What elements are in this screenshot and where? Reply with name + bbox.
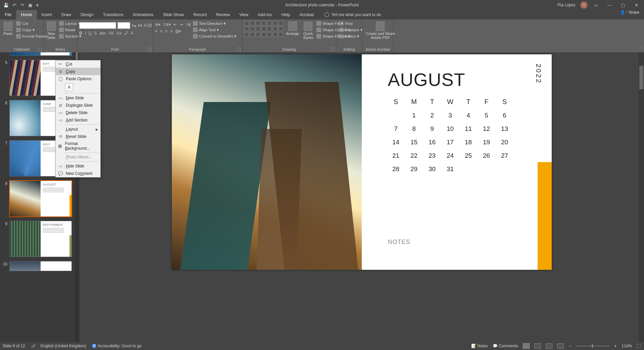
slideshow-view-button[interactable] — [557, 343, 564, 349]
slide-thumb-4-partial[interactable] — [3, 52, 73, 56]
language-indicator[interactable]: English (United Kingdom) — [41, 344, 86, 348]
tab-transitions[interactable]: Transitions — [98, 10, 128, 19]
user-avatar[interactable] — [580, 1, 588, 9]
align-center-button[interactable]: ≡ — [160, 29, 162, 34]
create-pdf-button[interactable]: Create and Share Adobe PDF — [364, 21, 396, 40]
decrease-font-icon[interactable]: A▾ — [138, 23, 142, 28]
maximize-icon[interactable]: ▢ — [618, 1, 628, 9]
paste-button[interactable]: Paste — [2, 21, 14, 36]
tell-me-search[interactable]: Tell me what you want to do — [325, 10, 381, 19]
change-case-button[interactable]: Aa — [116, 31, 121, 36]
slide-sorter-view-button[interactable] — [534, 343, 541, 349]
tab-home[interactable]: Home — [16, 10, 37, 19]
arrange-button[interactable]: Arrange — [285, 21, 300, 36]
font-dialog-launcher-icon[interactable] — [148, 48, 151, 51]
close-icon[interactable]: ✕ — [631, 1, 641, 9]
zoom-in-button[interactable]: + — [614, 343, 617, 349]
tab-acrobat[interactable]: Acrobat — [295, 10, 318, 19]
char-spacing-button[interactable]: AV — [109, 31, 114, 36]
slide-thumb-8[interactable]: 8 AUGUST — [3, 181, 73, 217]
accessibility-indicator[interactable]: ♿ Accessibility: Good to go — [92, 344, 142, 348]
slide-thumb-10-partial[interactable]: 10 — [3, 261, 73, 271]
numbering-button[interactable]: 1≣▾ — [163, 22, 171, 27]
align-text-button[interactable]: Align Text ▾ — [192, 27, 237, 33]
underline-button[interactable]: U — [89, 31, 92, 36]
italic-button[interactable]: I — [85, 31, 86, 36]
clipboard-dialog-launcher-icon[interactable] — [39, 48, 42, 51]
ctx-format-background[interactable]: ▦Format Background... — [56, 140, 100, 152]
align-right-button[interactable]: ≡ — [165, 29, 167, 34]
redo-icon[interactable]: ↷ — [20, 3, 24, 8]
ctx-reset-slide[interactable]: ⟲Reset Slide — [56, 133, 100, 140]
save-icon[interactable]: 💾 — [3, 3, 9, 8]
justify-button[interactable]: ≡ — [170, 29, 172, 34]
slide-thumb-9[interactable]: 9 SEPTEMBER — [3, 221, 73, 257]
fit-to-window-button[interactable]: ⛶ — [637, 344, 641, 348]
shapes-gallery[interactable] — [244, 21, 283, 37]
ctx-copy[interactable]: ⧉Copy — [56, 68, 100, 75]
tab-slideshow[interactable]: Slide Show — [158, 10, 189, 19]
tab-view[interactable]: View — [235, 10, 253, 19]
tab-addins[interactable]: Add-ins — [253, 10, 277, 19]
zoom-out-button[interactable]: − — [568, 343, 571, 349]
ctx-cut[interactable]: ✂Cut — [56, 60, 100, 68]
smartart-button[interactable]: Convert to SmartArt ▾ — [192, 34, 237, 39]
shadow-button[interactable]: S — [94, 31, 97, 36]
increase-indent-button[interactable]: ⇥ — [180, 22, 183, 27]
ctx-layout[interactable]: Layout▶ — [56, 126, 100, 133]
copy-button[interactable]: Copy ▾ — [15, 27, 48, 33]
bullets-button[interactable]: ≣▾ — [155, 22, 160, 27]
ctx-new-slide[interactable]: ▭New Slide — [56, 94, 100, 102]
share-button[interactable]: 👤⁺ Share — [620, 10, 639, 15]
font-color-button[interactable]: A — [131, 31, 134, 36]
tab-record[interactable]: Record — [189, 10, 211, 19]
shape-effects-button[interactable]: Shape Effects ▾ — [316, 34, 351, 39]
slide-indicator[interactable]: Slide 8 of 12 — [3, 344, 25, 348]
increase-font-icon[interactable]: A▴ — [132, 23, 136, 28]
tab-design[interactable]: Design — [76, 10, 98, 19]
strikethrough-button[interactable]: abc — [100, 31, 106, 36]
line-spacing-button[interactable]: ↕≣ — [186, 22, 191, 27]
cut-button[interactable]: Cut — [15, 21, 48, 26]
format-painter-button[interactable]: Format Painter — [15, 34, 48, 39]
bold-button[interactable]: B — [79, 31, 82, 36]
qat-more-icon[interactable]: ▾ — [36, 3, 39, 8]
tab-insert[interactable]: Insert — [37, 10, 57, 19]
ctx-duplicate-slide[interactable]: ⧉Duplicate Slide — [56, 102, 100, 109]
slide-canvas[interactable]: 2022 AUGUST SMTWTFS123456789101112131415… — [172, 54, 552, 270]
tab-draw[interactable]: Draw — [57, 10, 76, 19]
quick-styles-button[interactable]: Quick Styles — [302, 21, 314, 40]
highlight-button[interactable]: 🖍 — [124, 31, 128, 36]
normal-view-button[interactable] — [523, 343, 530, 349]
drawing-dialog-launcher-icon[interactable] — [331, 48, 335, 51]
comments-button[interactable]: 💬 Comments — [493, 344, 518, 348]
reading-view-button[interactable] — [546, 343, 552, 349]
paste-keep-text-button[interactable]: A — [65, 83, 73, 91]
clear-formatting-icon[interactable]: A⌫ — [144, 23, 152, 28]
ctx-hide-slide[interactable]: ▭Hide Slide — [56, 162, 100, 170]
collapse-ribbon-icon[interactable]: ˄ — [640, 47, 642, 51]
tab-help[interactable]: Help — [277, 10, 295, 19]
columns-button[interactable]: ▥▾ — [175, 29, 181, 34]
font-size-input[interactable] — [117, 22, 130, 29]
font-name-input[interactable] — [79, 22, 116, 29]
ribbon-display-icon[interactable]: ▭ — [591, 1, 601, 9]
zoom-level[interactable]: 114% — [622, 344, 632, 348]
canvas-scrollbar[interactable] — [639, 52, 644, 342]
zoom-slider[interactable] — [576, 346, 609, 346]
shape-outline-button[interactable]: Shape Outline ▾ — [316, 27, 351, 33]
tab-review[interactable]: Review — [211, 10, 235, 19]
ctx-new-comment[interactable]: 💬New Comment — [56, 170, 100, 177]
align-left-button[interactable]: ≡ — [155, 29, 157, 34]
decrease-indent-button[interactable]: ⇤ — [174, 22, 177, 27]
spell-check-icon[interactable]: ⎇ — [31, 344, 35, 348]
tab-file[interactable]: File — [0, 10, 16, 19]
minimize-icon[interactable]: — — [604, 1, 614, 9]
undo-icon[interactable]: ↶ — [13, 3, 16, 8]
tab-animations[interactable]: Animations — [128, 10, 158, 19]
ctx-add-section[interactable]: ▭Add Section — [56, 116, 100, 124]
notes-button[interactable]: 📝 Notes — [471, 344, 488, 348]
paragraph-dialog-launcher-icon[interactable] — [237, 48, 241, 51]
text-direction-button[interactable]: Text Direction ▾ — [192, 21, 237, 26]
start-from-beginning-icon[interactable]: ▣ — [28, 3, 32, 8]
